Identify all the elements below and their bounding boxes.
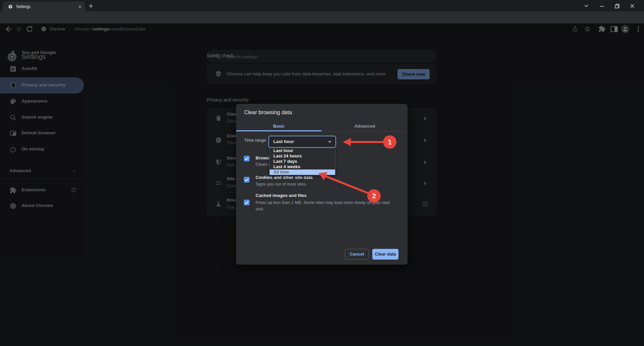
gear-icon — [8, 4, 13, 9]
time-range-select[interactable]: Last hour — [268, 136, 336, 148]
cancel-button[interactable]: Cancel — [345, 249, 369, 260]
option-last-24-hours[interactable]: Last 24 hours — [270, 153, 335, 159]
new-tab-button[interactable] — [88, 3, 94, 9]
checkbox-cookies[interactable] — [244, 177, 250, 183]
annotation-step-1: 1 — [383, 135, 396, 149]
tab-advanced[interactable]: Advanced — [322, 122, 408, 131]
clear-data-button[interactable]: Clear data — [372, 249, 398, 260]
checkbox-cached-images[interactable] — [244, 200, 250, 205]
checkbox-browsing-history[interactable] — [244, 156, 250, 161]
time-range-value: Last hour — [273, 139, 294, 144]
time-range-label: Time range — [244, 138, 266, 143]
window-minimize-button[interactable] — [597, 3, 607, 9]
tab-close-icon[interactable]: ✕ — [77, 4, 83, 9]
annotation-step-2: 2 — [367, 189, 381, 203]
option-last-4-weeks[interactable]: Last 4 weeks — [270, 164, 335, 169]
option-all-time[interactable]: All time — [270, 169, 335, 175]
screen: Settings ✕ Chrome | chrome://settings/cl… — [0, 0, 644, 346]
option-last-7-days[interactable]: Last 7 days — [270, 159, 335, 164]
window-restore-button[interactable] — [612, 3, 622, 9]
window-close-button[interactable] — [627, 3, 637, 9]
dropdown-caret-icon — [328, 141, 331, 143]
dialog-title: Clear browsing data — [244, 110, 292, 116]
check-icon — [244, 200, 250, 205]
check-icon — [244, 156, 250, 161]
browser-tab-settings[interactable]: Settings ✕ — [3, 2, 85, 11]
checkbox-row-cookies[interactable]: Cookies and other site data Signs you ou… — [236, 174, 408, 192]
checkbox-row-cached-images[interactable]: Cached images and files Frees up less th… — [236, 192, 408, 217]
tab-title: Settings — [16, 4, 31, 9]
option-last-hour[interactable]: Last hour — [270, 148, 335, 153]
check-icon — [244, 177, 250, 183]
clear-browsing-data-dialog: Clear browsing data Basic Advanced Time … — [236, 104, 408, 265]
tab-search-chevron-icon[interactable] — [581, 3, 591, 9]
tab-strip: Settings ✕ — [0, 0, 644, 11]
tab-basic[interactable]: Basic — [236, 122, 322, 131]
tabs-divider — [236, 131, 408, 132]
browser-toolbar: Chrome | chrome://settings/clearBrowserD… — [0, 11, 644, 23]
time-range-dropdown-list: Last hour Last 24 hours Last 7 days Last… — [269, 148, 335, 175]
